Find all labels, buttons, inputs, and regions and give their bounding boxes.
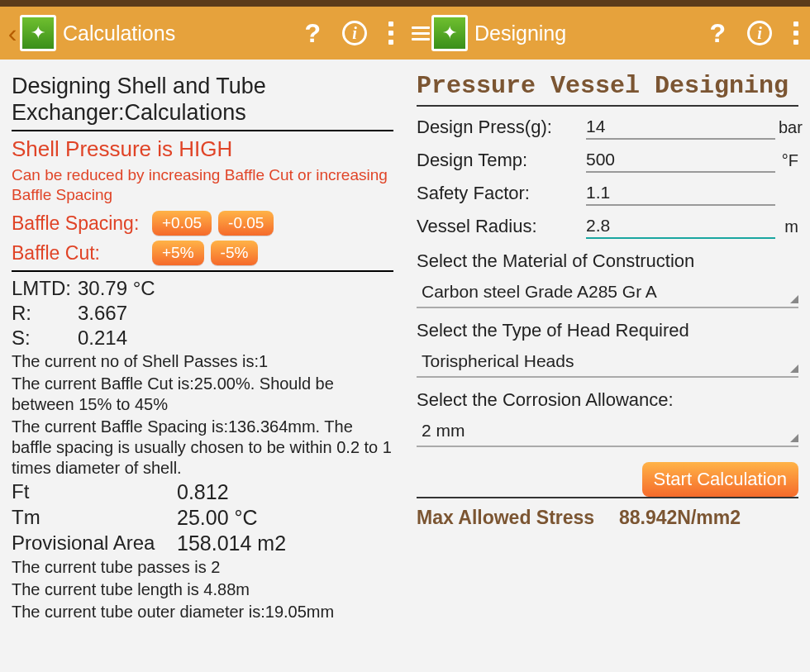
baffle-spacing-plus-button[interactable]: +0.05 <box>152 211 212 236</box>
material-select-value: Carbon steel Grade A285 Gr A <box>422 282 657 302</box>
tm-row: Tm 25.00 °C <box>12 506 393 530</box>
provisional-area-row: Provisional Area 158.014 m2 <box>12 531 393 555</box>
divider <box>417 497 798 498</box>
note-tube-length: The current tube length is 4.88m <box>12 579 393 600</box>
baffle-spacing-minus-button[interactable]: -0.05 <box>218 211 274 236</box>
app-logo-icon[interactable]: ✦ <box>431 15 468 51</box>
s-row: S: 0.214 <box>12 326 393 350</box>
provisional-area-value: 158.014 m2 <box>177 531 286 555</box>
baffle-cut-row: Baffle Cut: +5% -5% <box>12 241 393 265</box>
design-temp-input[interactable]: 500 <box>586 148 775 173</box>
head-section-label: Select the Type of Head Required <box>417 320 798 341</box>
info-icon[interactable]: i <box>342 21 367 45</box>
corrosion-allowance-value: 2 mm <box>422 421 465 441</box>
overflow-menu-icon[interactable] <box>793 21 798 45</box>
head-type-select[interactable]: Torispherical Heads <box>417 346 798 378</box>
hamburger-icon[interactable] <box>410 26 431 41</box>
app-bar: ✦ Designing ? i <box>405 7 810 60</box>
help-icon[interactable]: ? <box>304 18 321 49</box>
lmtd-row: LMTD: 30.79 °C <box>12 277 393 300</box>
status-bar <box>0 0 405 7</box>
lmtd-value: 30.79 °C <box>78 277 155 300</box>
safety-factor-input[interactable]: 1.1 <box>586 181 775 206</box>
dropdown-icon <box>790 365 798 373</box>
ft-label: Ft <box>12 480 177 504</box>
safety-factor-row: Safety Factor: 1.1 <box>417 181 798 206</box>
back-icon[interactable]: ‹ <box>5 18 20 49</box>
ft-row: Ft 0.812 <box>12 480 393 504</box>
max-allowed-stress-value: 88.942N/mm2 <box>619 507 741 529</box>
design-press-row: Design Press(g): 14 bar <box>417 115 798 140</box>
max-allowed-stress-row: Max Allowed Stress 88.942N/mm2 <box>417 507 798 529</box>
baffle-spacing-label: Baffle Spacing: <box>12 212 152 235</box>
design-press-input[interactable]: 14 <box>586 115 775 140</box>
corrosion-allowance-select[interactable]: 2 mm <box>417 416 798 447</box>
app-logo-icon[interactable]: ✦ <box>20 15 56 51</box>
design-temp-label: Design Temp: <box>417 150 586 171</box>
page-title: Pressure Vessel Designing <box>417 73 798 107</box>
dropdown-icon <box>790 434 798 442</box>
design-press-unit: bar <box>775 118 798 137</box>
design-temp-unit: °F <box>775 151 798 170</box>
s-value: 0.214 <box>78 326 127 350</box>
status-bar <box>405 0 810 7</box>
note-shell-passes: The current no of Shell Passes is:1 <box>12 351 393 372</box>
provisional-area-label: Provisional Area <box>12 531 177 555</box>
divider <box>12 270 393 272</box>
vessel-radius-row: Vessel Radius: 2.8 m <box>417 214 798 239</box>
overflow-menu-icon[interactable] <box>388 21 393 45</box>
design-temp-row: Design Temp: 500 °F <box>417 148 798 173</box>
s-label: S: <box>12 326 78 350</box>
appbar-title: Calculations <box>63 21 304 45</box>
material-select[interactable]: Carbon steel Grade A285 Gr A <box>417 277 798 308</box>
vessel-radius-label: Vessel Radius: <box>417 216 586 237</box>
warning-title: Shell Pressure is HIGH <box>12 136 393 162</box>
help-icon[interactable]: ? <box>709 18 726 49</box>
screen-designing: ✦ Designing ? i Pressure Vessel Designin… <box>405 0 810 672</box>
screen-calculations: ‹ ✦ Calculations ? i Designing Shell and… <box>0 0 405 672</box>
appbar-actions: ? i <box>709 18 805 49</box>
ft-value: 0.812 <box>177 480 229 504</box>
corrosion-section-label: Select the Corrosion Allowance: <box>417 389 798 411</box>
baffle-spacing-row: Baffle Spacing: +0.05 -0.05 <box>12 211 393 236</box>
note-baffle-cut: The current Baffle Cut is:25.00%. Should… <box>12 374 393 415</box>
head-type-select-value: Torispherical Heads <box>422 351 574 371</box>
lmtd-label: LMTD: <box>12 277 78 300</box>
r-value: 3.667 <box>78 302 127 325</box>
note-tube-outer-diameter: The current tube outer diameter is:19.05… <box>12 602 393 622</box>
app-bar: ‹ ✦ Calculations ? i <box>0 7 405 60</box>
dropdown-icon <box>790 295 798 303</box>
safety-factor-label: Safety Factor: <box>417 183 586 204</box>
content-area: Designing Shell and Tube Exchanger:Calcu… <box>0 60 405 672</box>
note-tube-passes: The current tube passes is 2 <box>12 557 393 578</box>
vessel-radius-unit: m <box>775 217 798 236</box>
appbar-title: Designing <box>474 21 709 45</box>
vessel-radius-input[interactable]: 2.8 <box>586 214 775 239</box>
content-area: Pressure Vessel Designing Design Press(g… <box>405 60 810 672</box>
baffle-cut-minus-button[interactable]: -5% <box>211 241 259 265</box>
tm-label: Tm <box>12 506 177 530</box>
page-title: Designing Shell and Tube Exchanger:Calcu… <box>12 73 393 131</box>
tm-value: 25.00 °C <box>177 506 258 530</box>
info-icon[interactable]: i <box>747 21 772 45</box>
max-allowed-stress-label: Max Allowed Stress <box>417 507 619 529</box>
design-press-label: Design Press(g): <box>417 117 586 138</box>
material-section-label: Select the Material of Construction <box>417 250 798 272</box>
baffle-cut-plus-button[interactable]: +5% <box>152 241 204 265</box>
note-baffle-spacing: The current Baffle Spacing is:136.364mm.… <box>12 417 393 479</box>
baffle-cut-label: Baffle Cut: <box>12 242 152 265</box>
r-row: R: 3.667 <box>12 302 393 325</box>
appbar-actions: ? i <box>304 18 400 49</box>
warning-subtitle: Can be reduced by increasing Baffle Cut … <box>12 165 393 205</box>
r-label: R: <box>12 302 78 325</box>
start-calculation-button[interactable]: Start Calculation <box>642 462 798 497</box>
